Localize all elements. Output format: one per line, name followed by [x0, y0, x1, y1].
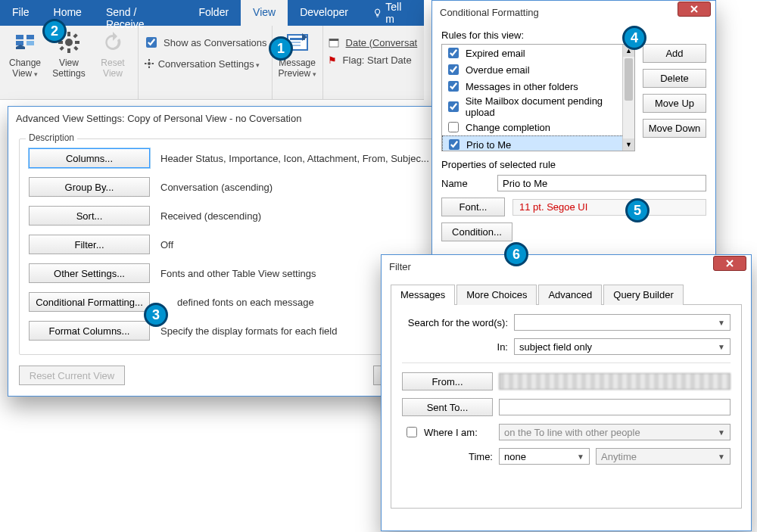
delete-button[interactable]: Delete [643, 69, 706, 88]
close-icon [725, 259, 734, 268]
rule-checkbox[interactable] [448, 64, 459, 75]
from-field-redacted[interactable] [499, 373, 731, 390]
rule-item[interactable]: Site Mailbox document pending upload [442, 95, 634, 119]
other-settings-button[interactable]: Other Settings... [29, 263, 150, 283]
svg-rect-4 [75, 41, 79, 44]
columns-desc: Header Status, Importance, Icon, Attachm… [160, 153, 429, 164]
chevron-down-icon: ▼ [718, 343, 725, 351]
tab-query-builder[interactable]: Query Builder [603, 285, 683, 305]
where-value: on the To line with other people [504, 427, 640, 438]
font-display: 11 pt. Segoe UI [512, 199, 706, 216]
in-value: subject field only [519, 341, 592, 353]
conditional-formatting-dialog: Conditional Formatting Rules for this vi… [431, 0, 716, 257]
condition-button[interactable]: Condition... [441, 222, 512, 241]
rules-list[interactable]: Expired emailOverdue emailMessages in ot… [441, 44, 635, 151]
svg-rect-7 [73, 33, 77, 38]
tab-file[interactable]: File [0, 0, 42, 26]
svg-rect-19 [329, 39, 338, 41]
format-columns-button[interactable]: Format Columns... [29, 321, 150, 341]
scroll-down-icon[interactable]: ▼ [623, 138, 634, 151]
rule-item[interactable]: Prio to Me [442, 135, 634, 151]
arrange-flag-button[interactable]: ⚑ Flag: Start Date [328, 54, 418, 66]
filter-button[interactable]: Filter... [29, 235, 150, 254]
font-button[interactable]: Font... [441, 198, 505, 216]
rule-item[interactable]: Overdue email [442, 61, 634, 78]
rule-checkbox[interactable] [449, 139, 459, 150]
svg-point-0 [65, 39, 73, 46]
rule-name-input[interactable] [497, 175, 706, 191]
rule-checkbox[interactable] [448, 122, 459, 132]
show-conv-check[interactable] [146, 37, 157, 48]
fmtcol-desc: Specify the display formats for each fie… [160, 325, 337, 337]
rule-checkbox[interactable] [448, 81, 459, 92]
where-i-am-checkbox[interactable] [407, 427, 417, 437]
lightbulb-icon [372, 8, 382, 18]
filter-title: Filter [389, 261, 411, 272]
show-conv-label: Show as Conversations [164, 37, 267, 48]
rule-name: Prio to Me [466, 139, 511, 151]
tab-folder[interactable]: Folder [186, 0, 241, 26]
conversation-settings-button[interactable]: Conversation Settings [143, 58, 267, 70]
cond-title: Conditional Formatting [440, 7, 539, 18]
group-by-button[interactable]: Group By... [29, 177, 150, 197]
calendar-icon [328, 36, 340, 48]
arrange-date-button[interactable]: Date (Conversat [328, 36, 418, 48]
other-desc: Fonts and other Table View settings [160, 268, 316, 279]
group-conversations: Show as Conversations Conversation Setti… [139, 26, 273, 99]
rule-name: Expired email [466, 48, 525, 59]
reset-view-button[interactable]: Reset View [92, 29, 133, 79]
callout-badge-5: 5 [625, 198, 650, 222]
rule-item[interactable]: Change completion [442, 119, 634, 135]
move-up-button[interactable]: Move Up [643, 94, 706, 113]
in-label: In: [402, 341, 508, 353]
tab-view[interactable]: View [241, 0, 288, 26]
callout-badge-6: 6 [504, 242, 528, 266]
sent-to-button[interactable]: Sent To... [402, 398, 493, 416]
conditional-formatting-button[interactable]: Conditional Formatting... [29, 292, 150, 312]
tab-advanced[interactable]: Advanced [538, 285, 602, 305]
arrange-flag-label: Flag: Start Date [343, 54, 412, 66]
rule-checkbox[interactable] [448, 101, 459, 112]
flag-icon: ⚑ [328, 54, 337, 66]
time-select[interactable]: none▼ [499, 448, 590, 465]
show-conversations-checkbox[interactable]: Show as Conversations [143, 35, 267, 50]
in-select[interactable]: subject field only▼ [514, 338, 731, 355]
callout-badge-2: 2 [42, 19, 67, 43]
rule-item[interactable]: Messages in other folders [442, 78, 634, 95]
sent-to-field[interactable] [499, 399, 731, 415]
scroll-thumb[interactable] [625, 58, 633, 101]
add-button[interactable]: Add [643, 44, 706, 63]
chevron-down-icon: ▼ [718, 319, 725, 327]
rule-item[interactable]: Expired email [442, 45, 634, 61]
change-view-button[interactable]: Change View [5, 29, 45, 79]
rules-scrollbar[interactable]: ▲ ▼ [622, 45, 634, 151]
search-words-input[interactable]: ▼ [514, 314, 731, 331]
rule-checkbox[interactable] [448, 48, 459, 58]
ribbon-tabstrip: File Home Send / Receive Folder View Dev… [0, 0, 424, 26]
rules-label: Rules for this view: [441, 30, 706, 41]
callout-badge-3: 3 [144, 303, 168, 327]
time-range-select: Anytime▼ [596, 448, 731, 465]
cond-close-button[interactable] [678, 2, 711, 17]
tab-messages[interactable]: Messages [391, 285, 455, 305]
reset-view-label: Reset View [92, 58, 133, 79]
tab-more-choices[interactable]: More Choices [456, 285, 537, 305]
sort-desc: Received (descending) [160, 210, 261, 222]
svg-rect-2 [67, 48, 70, 53]
svg-rect-13 [152, 63, 154, 64]
ribbon: File Home Send / Receive Folder View Dev… [0, 0, 424, 100]
adv-titlebar: Advanced View Settings: Copy of Personal… [8, 107, 488, 129]
sort-button[interactable]: Sort... [29, 206, 150, 226]
tab-developer[interactable]: Developer [288, 0, 360, 26]
filter-desc: Off [160, 239, 173, 250]
tab-tell-me[interactable]: Tell m [360, 0, 424, 26]
tab-send-receive[interactable]: Send / Receive [94, 0, 186, 26]
callout-badge-4: 4 [622, 26, 646, 50]
columns-button[interactable]: Columns... [29, 148, 150, 168]
filter-close-button[interactable] [713, 256, 746, 271]
name-label: Name [441, 178, 490, 189]
move-down-button[interactable]: Move Down [643, 119, 706, 138]
from-button[interactable]: From... [402, 372, 493, 390]
time-value: none [504, 451, 526, 462]
messages-panel: Search for the word(s): ▼ In: subject fi… [391, 304, 742, 509]
